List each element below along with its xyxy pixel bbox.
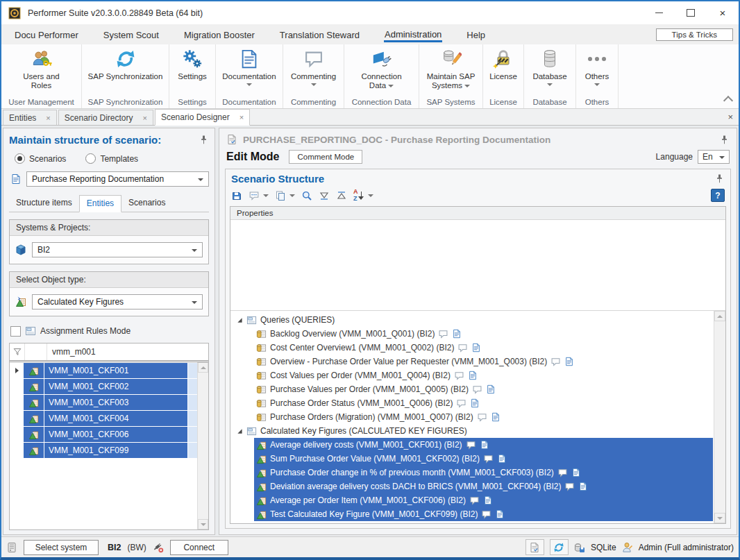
scenarios-radio[interactable] — [15, 153, 25, 164]
system-combobox[interactable]: BI2 — [32, 242, 203, 257]
comment-bubble-icon[interactable] — [466, 440, 476, 450]
others-button[interactable]: Others — [576, 44, 618, 96]
tree-vertical-scrollbar[interactable] — [714, 311, 725, 523]
document-icon[interactable] — [497, 454, 507, 464]
tree-item-query[interactable]: Cost Values per Order (VMM_M001_Q004) (B… — [254, 368, 713, 382]
menu-migration-booster[interactable]: Migration Booster — [183, 27, 255, 42]
object-type-combobox[interactable]: Calculated Key Figures — [32, 294, 203, 309]
save-icon[interactable] — [231, 190, 242, 201]
tree-item-query[interactable]: Purchase Values per Order (VMM_M001_Q005… — [254, 382, 713, 396]
tree-item-ckf-selected[interactable]: Average per Order Item (VMM_M001_CKF006)… — [254, 493, 713, 507]
document-icon[interactable] — [452, 329, 462, 339]
tree-item-query[interactable]: Overview - Purchase Order Value per Requ… — [254, 355, 713, 368]
document-icon[interactable] — [483, 495, 493, 505]
help-button[interactable]: ? — [711, 189, 725, 202]
chevron-down-icon[interactable] — [368, 194, 373, 197]
language-combobox[interactable]: En — [698, 150, 730, 164]
tree-item-query[interactable]: Purchase Order Status (VMM_M001_Q006) (B… — [254, 396, 713, 410]
pin-icon[interactable] — [714, 173, 725, 184]
connection-data-button[interactable]: Connection Data — [344, 44, 419, 96]
pin-icon[interactable] — [199, 135, 209, 145]
tree-item-query[interactable]: Backlog Overview (VMM_M001_Q001) (BI2) — [254, 327, 713, 341]
subtab-entities[interactable]: Entities — [79, 195, 121, 212]
comment-bubble-icon[interactable] — [469, 495, 480, 506]
minimize-button[interactable] — [643, 1, 675, 24]
document-icon[interactable] — [571, 468, 581, 477]
grid-row[interactable]: VMM_M001_CKF003 — [10, 395, 198, 410]
comment-bubble-icon[interactable] — [483, 454, 494, 464]
grid-filter-input[interactable]: vmm_m001 — [47, 343, 208, 360]
settings-button[interactable]: Settings — [169, 44, 215, 96]
tree-item-query[interactable]: Cost Center Overview1 (VMM_M001_Q002) (B… — [254, 341, 713, 355]
scroll-up-icon[interactable] — [201, 366, 206, 369]
menu-translation-steward[interactable]: Translation Steward — [279, 27, 360, 42]
tree-node-calculated-key-figures[interactable]: Calculated Key Figures (CALCULATED KEY F… — [233, 424, 713, 438]
tips-tricks-button[interactable]: Tips & Tricks — [656, 28, 733, 41]
commenting-button[interactable]: Commenting — [283, 44, 344, 96]
chevron-down-icon[interactable] — [263, 194, 269, 197]
comment-bubble-icon[interactable] — [557, 468, 568, 478]
tab-scenario-designer[interactable]: Scenario Designer× — [155, 109, 250, 126]
tree-item-ckf-selected[interactable]: Test Calculated Key Figure (VMM_M001_CKF… — [254, 507, 713, 521]
filter-funnel-icon[interactable] — [12, 347, 22, 357]
expander-icon[interactable] — [237, 317, 243, 323]
comment-bubble-icon[interactable] — [477, 412, 487, 423]
grid-row[interactable]: VMM_M001_CKF002 — [10, 379, 198, 394]
select-system-button[interactable]: Select system — [24, 540, 99, 555]
grid-row[interactable]: VMM_M001_CKF006 — [10, 427, 198, 442]
tree-item-ckf-selected[interactable]: Average delivery costs (VMM_M001_CKF001)… — [254, 438, 713, 452]
document-icon[interactable] — [486, 384, 496, 394]
scroll-up-icon[interactable] — [717, 315, 723, 318]
search-icon[interactable] — [301, 190, 312, 201]
grid-row[interactable]: VMM_M001_CKF001 — [10, 363, 198, 378]
comment-bubble-icon[interactable] — [457, 343, 468, 353]
document-icon[interactable] — [495, 509, 505, 519]
menu-administration[interactable]: Administration — [384, 26, 442, 42]
comment-bubble-icon[interactable] — [454, 371, 464, 381]
tree-item-ckf-selected[interactable]: Sum Purchase Order Value (VMM_M001_CKF00… — [254, 452, 713, 466]
sort-az-icon[interactable]: A Z — [353, 190, 364, 201]
expand-all-icon[interactable] — [319, 190, 330, 201]
license-button[interactable]: License — [483, 44, 523, 96]
templates-radio[interactable] — [85, 153, 96, 164]
database-button[interactable]: Database — [524, 44, 575, 96]
tab-scenario-directory[interactable]: Scenario Directory× — [58, 110, 153, 125]
chevron-down-icon[interactable] — [289, 194, 295, 197]
document-icon[interactable] — [468, 371, 478, 380]
pin-icon[interactable] — [719, 135, 730, 145]
maintain-sap-systems-button[interactable]: Maintain SAP Systems — [419, 44, 482, 96]
comment-bubble-icon[interactable] — [481, 509, 491, 520]
menu-system-scout[interactable]: System Scout — [103, 27, 160, 42]
tab-close-icon[interactable]: × — [239, 113, 244, 121]
scenario-combobox[interactable]: Purchase Reporting Documentation — [26, 171, 209, 187]
tree-item-ckf-selected[interactable]: Deviation average delivery costs DACH to… — [254, 480, 713, 493]
collapse-ribbon-icon[interactable] — [723, 96, 733, 105]
comment-bubble-icon[interactable] — [456, 398, 466, 409]
menu-help[interactable]: Help — [466, 27, 486, 42]
scroll-down-icon[interactable] — [201, 523, 206, 526]
comment-mode-button[interactable]: Comment Mode — [289, 150, 362, 164]
properties-section-header[interactable]: Properties — [230, 207, 725, 220]
tab-entities[interactable]: Entities× — [3, 110, 57, 125]
document-icon[interactable] — [480, 440, 489, 450]
grid-row[interactable]: VMM_M001_CKF099 — [10, 443, 198, 458]
refresh-button[interactable] — [550, 539, 569, 555]
users-roles-button[interactable]: Users and Roles — [1, 44, 81, 96]
connect-button[interactable]: Connect — [170, 540, 228, 555]
collapse-all-icon[interactable] — [336, 190, 347, 201]
subtab-scenarios[interactable]: Scenarios — [121, 195, 172, 212]
document-icon[interactable] — [471, 343, 481, 353]
document-icon[interactable] — [564, 357, 574, 366]
close-tab-strip-icon[interactable]: × — [728, 112, 733, 122]
tree-node-queries[interactable]: Queries (QUERIES) — [233, 313, 713, 327]
tree-item-query[interactable]: Purchase Orders (Migration) (VMM_M001_Q0… — [254, 410, 713, 424]
tree-item-ckf-selected[interactable]: Purchase Order change in % of previous m… — [254, 466, 713, 480]
sap-synchronization-button[interactable]: SAP Synchronization — [82, 44, 169, 96]
tab-close-icon[interactable]: × — [46, 114, 50, 122]
comment-bubble-icon[interactable] — [550, 357, 561, 367]
document-icon[interactable] — [491, 412, 501, 422]
maximize-button[interactable] — [675, 1, 707, 24]
comment-bubble-icon[interactable] — [472, 384, 482, 395]
scroll-down-icon[interactable] — [717, 517, 723, 520]
assignment-rules-checkbox[interactable] — [10, 326, 21, 337]
